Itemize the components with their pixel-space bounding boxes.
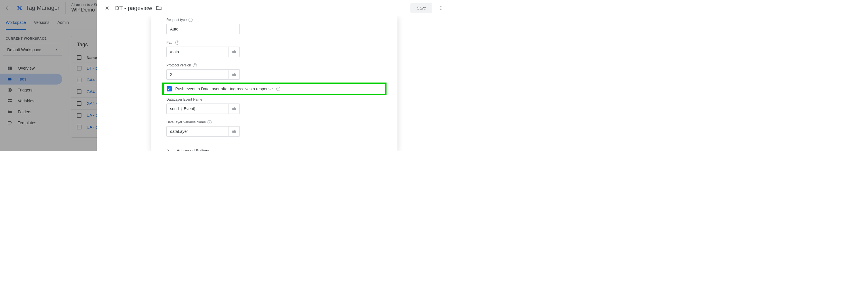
push-event-row-highlight: Push event to DataLayer after tag receiv…	[162, 83, 386, 95]
advanced-settings-toggle[interactable]: Advanced Settings	[166, 143, 382, 151]
svg-rect-12	[232, 74, 236, 76]
path-label: Path ?	[166, 40, 382, 44]
svg-rect-16	[232, 131, 236, 133]
svg-rect-13	[234, 73, 235, 74]
variable-picker-button[interactable]	[229, 103, 240, 114]
variable-picker-button[interactable]	[229, 46, 240, 57]
request-type-value: Auto	[170, 27, 179, 31]
brick-plus-icon	[232, 49, 237, 54]
help-icon[interactable]: ?	[175, 40, 179, 44]
check-icon	[167, 87, 171, 91]
more-menu-button[interactable]	[435, 2, 447, 14]
close-icon	[104, 5, 110, 11]
advanced-settings-label: Advanced Settings	[177, 149, 210, 151]
brick-plus-icon	[232, 72, 237, 77]
chevron-down-icon	[233, 27, 236, 31]
dl-event-name-label: DataLayer Event Name	[166, 97, 382, 101]
help-icon[interactable]: ?	[276, 87, 280, 91]
dialog-shade	[398, 16, 451, 151]
brick-plus-icon	[232, 129, 237, 134]
svg-rect-11	[234, 50, 235, 51]
svg-point-9	[441, 9, 441, 10]
dl-variable-name-input[interactable]	[166, 126, 229, 137]
svg-point-7	[441, 6, 441, 7]
protocol-version-input[interactable]	[166, 69, 229, 79]
request-type-select[interactable]: Auto	[166, 24, 240, 34]
dl-variable-name-label: DataLayer Variable Name ?	[166, 120, 382, 124]
kebab-icon	[438, 5, 443, 11]
svg-point-8	[441, 8, 441, 9]
push-event-label: Push event to DataLayer after tag receiv…	[175, 87, 273, 91]
brick-plus-icon	[232, 106, 237, 111]
save-button[interactable]: Save	[410, 3, 432, 13]
dialog-title[interactable]: DT - pageview	[115, 5, 152, 11]
svg-rect-15	[234, 107, 235, 108]
help-icon[interactable]: ?	[188, 18, 192, 22]
help-icon[interactable]: ?	[208, 120, 212, 124]
dialog-header: DT - pageview Save	[97, 0, 451, 16]
dialog-shade	[97, 16, 151, 151]
push-event-checkbox[interactable]	[167, 86, 172, 91]
tag-config-panel: Request type ? Auto Path ? Protocol vers…	[151, 16, 398, 151]
variable-picker-button[interactable]	[229, 69, 240, 79]
svg-rect-10	[232, 51, 236, 53]
close-button[interactable]	[101, 2, 113, 14]
help-icon[interactable]: ?	[193, 63, 197, 67]
protocol-version-label: Protocol version ?	[166, 63, 382, 67]
path-input[interactable]	[166, 46, 229, 57]
variable-picker-button[interactable]	[229, 126, 240, 137]
chevron-right-icon	[166, 149, 170, 151]
svg-rect-14	[232, 108, 236, 110]
dl-event-name-input[interactable]	[166, 103, 229, 114]
request-type-label: Request type ?	[166, 18, 382, 22]
folder-icon[interactable]	[156, 5, 162, 12]
svg-rect-17	[234, 130, 235, 131]
